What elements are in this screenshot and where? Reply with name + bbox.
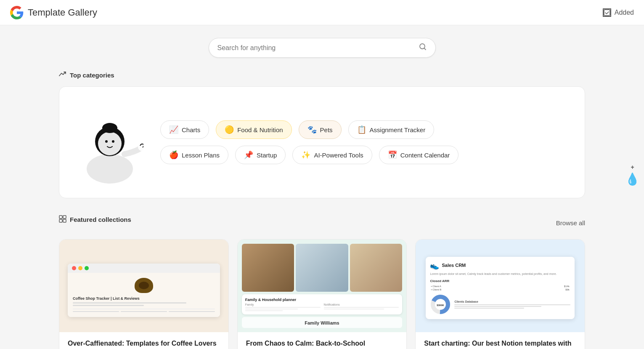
category-chip-pets[interactable]: 🐾 Pets (299, 120, 342, 139)
featured-collections-title: Featured collections (70, 216, 131, 223)
svg-point-4 (98, 132, 122, 155)
collections-grid: Coffee Shop Tracker | List & Reviews Ove… (59, 239, 585, 349)
collection-preview-family: Family & Household planner Family Notifi… (238, 240, 407, 332)
categories-row-1: 📈 Charts 🟡 Food & Nutrition 🐾 Pets 📋 Ass… (160, 120, 568, 139)
crm-chart-container: $300K Clients Database (430, 294, 570, 315)
categories-grid: 📈 Charts 🟡 Food & Nutrition 🐾 Pets 📋 Ass… (160, 120, 568, 164)
grid-icon (59, 215, 66, 224)
collection-card-charts[interactable]: 👟 Sales CRM Lorem ipsum dolor sit amet, … (415, 239, 585, 349)
top-categories-label: Top categories (59, 70, 585, 80)
svg-rect-10 (63, 216, 66, 218)
collection-info-charts: Start charting: Our best Notion template… (416, 332, 585, 349)
crm-donut-chart: $300K (430, 294, 451, 315)
svg-point-5 (105, 140, 108, 143)
collection-preview-coffee: Coffee Shop Tracker | List & Reviews (59, 240, 228, 332)
header-left: Template Gallery (10, 6, 97, 19)
charts-icon: 📈 (169, 125, 178, 134)
family-planner-title: Family & Household planner (245, 298, 399, 302)
search-bar (209, 38, 436, 58)
calendar-icon: 📅 (388, 150, 397, 160)
featured-collections-header: Featured collections Browse all (59, 215, 585, 231)
collection-info-coffee: Over-Caffienated: Templates for Coffee L… (59, 332, 228, 349)
plus-icon: + (631, 163, 634, 170)
clients-db-label: Clients Database (454, 300, 570, 303)
water-drop-icon: 💧 (625, 172, 640, 186)
category-chip-charts[interactable]: 📈 Charts (160, 120, 209, 139)
crm-desc: Lorem ipsum dolor sit amet, Calmly track… (430, 272, 570, 276)
crm-table: • Client A$14k • Client B$9k (430, 285, 570, 291)
mock-browser-content: Coffee Shop Tracker | List & Reviews (68, 273, 220, 317)
category-chip-ai-tools[interactable]: ✨ AI-Powered Tools (292, 146, 372, 164)
search-container (59, 38, 585, 58)
search-input[interactable] (217, 44, 414, 52)
collection-preview-charts: 👟 Sales CRM Lorem ipsum dolor sit amet, … (416, 240, 585, 332)
category-chip-lesson-plans[interactable]: 🍎 Lesson Plans (160, 146, 228, 164)
mock-text-line-1 (73, 302, 186, 304)
collection-card-family[interactable]: Family & Household planner Family Notifi… (237, 239, 407, 349)
family-name-label: Family Williams (305, 320, 339, 325)
svg-point-6 (112, 140, 114, 143)
charts-label: Charts (182, 126, 200, 133)
food-icon: 🟡 (225, 125, 234, 134)
floating-water-drop[interactable]: + 💧 (625, 163, 640, 186)
collection-card-coffee[interactable]: Coffee Shop Tracker | List & Reviews Ove… (59, 239, 229, 349)
mock-text-line-2 (73, 305, 144, 306)
dot-yellow (78, 266, 82, 270)
svg-point-2 (87, 154, 133, 184)
ai-label: AI-Powered Tools (314, 152, 363, 159)
lesson-icon: 🍎 (169, 150, 178, 160)
crm-preview: 👟 Sales CRM Lorem ipsum dolor sit amet, … (426, 257, 574, 319)
category-chip-startup[interactable]: 📌 Startup (235, 146, 286, 164)
featured-collections-label: Featured collections (59, 215, 131, 224)
trending-icon (59, 70, 66, 80)
pets-icon: 🐾 (307, 125, 317, 134)
calendar-label: Content Calendar (400, 152, 450, 159)
category-chip-food-nutrition[interactable]: 🟡 Food & Nutrition (216, 120, 292, 139)
crm-closed-arr: Closed ARR (430, 279, 570, 283)
assignment-label: Assignment Tracker (370, 126, 426, 133)
header: Template Gallery Added (0, 0, 644, 25)
dot-green (85, 266, 89, 270)
collection-title-charts: Start charting: Our best Notion template… (424, 339, 576, 349)
mock-coffee-title: Coffee Shop Tracker | List & Reviews (73, 296, 215, 301)
crm-title: Sales CRM (442, 263, 466, 268)
lesson-label: Lesson Plans (182, 152, 220, 159)
search-icon (419, 43, 427, 53)
collection-title-family: From Chaos to Calm: Back-to-School Templ… (246, 339, 398, 349)
svg-rect-9 (59, 216, 62, 218)
pets-label: Pets (320, 126, 333, 133)
app-title: Template Gallery (28, 7, 97, 18)
dot-red (72, 266, 76, 270)
google-logo-icon (10, 6, 24, 19)
added-checkbox-icon (603, 8, 611, 17)
assignment-icon: 📋 (357, 125, 366, 134)
category-chip-content-calendar[interactable]: 📅 Content Calendar (379, 146, 459, 164)
ai-icon: ✨ (301, 150, 310, 160)
categories-card: 📈 Charts 🟡 Food & Nutrition 🐾 Pets 📋 Ass… (59, 86, 585, 198)
browse-all-link[interactable]: Browse all (556, 219, 585, 226)
category-chip-assignment-tracker[interactable]: 📋 Assignment Tracker (348, 120, 435, 139)
shoe-icon: 👟 (430, 261, 439, 270)
collection-title-coffee: Over-Caffienated: Templates for Coffee L… (68, 339, 220, 348)
food-label: Food & Nutrition (237, 126, 283, 133)
mock-browser-coffee: Coffee Shop Tracker | List & Reviews (68, 264, 220, 317)
collection-info-family: From Chaos to Calm: Back-to-School Templ… (238, 332, 407, 349)
header-right: Added (603, 8, 634, 17)
categories-illustration (76, 99, 143, 185)
svg-rect-0 (604, 10, 610, 16)
svg-rect-11 (59, 219, 62, 222)
svg-text:$300K: $300K (437, 304, 445, 306)
top-categories-title: Top categories (70, 72, 114, 79)
svg-rect-12 (63, 219, 66, 222)
startup-icon: 📌 (244, 150, 253, 160)
main-content: Top categories (0, 25, 644, 349)
svg-point-7 (102, 123, 117, 133)
categories-row-2: 🍎 Lesson Plans 📌 Startup ✨ AI-Powered To… (160, 146, 568, 164)
startup-label: Startup (257, 152, 277, 159)
added-label: Added (615, 9, 634, 16)
mock-browser-bar (68, 264, 220, 273)
